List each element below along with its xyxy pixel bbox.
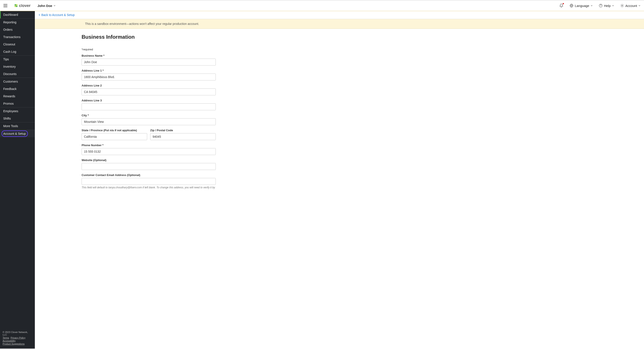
account-menu[interactable]: Account — [620, 4, 640, 7]
merchant-selector[interactable]: John Doe — [38, 4, 56, 7]
sidebar-item-promos[interactable]: Promos — [0, 100, 35, 107]
terms-link[interactable]: Terms — [2, 337, 9, 339]
sidebar-item-customers[interactable]: Customers — [0, 78, 35, 85]
sidebar-item-label: Account & Setup — [3, 132, 26, 135]
topbar-right: Language Help Account — [559, 3, 640, 8]
copyright-text: © 2023 Clover Network, LLC — [2, 331, 32, 336]
page-content: Business Information *required Business … — [82, 29, 216, 202]
globe-icon — [570, 4, 574, 7]
sidebar-item-label: Cash Log — [3, 50, 16, 53]
account-label: Account — [626, 4, 637, 7]
svg-point-9 — [622, 5, 622, 6]
sidebar-item-orders[interactable]: Orders — [0, 26, 35, 33]
address3-label: Address Line 3 — [82, 99, 216, 102]
sidebar-item-reporting[interactable]: Reporting — [0, 18, 35, 26]
language-label: Language — [575, 4, 589, 7]
svg-point-3 — [16, 6, 18, 7]
sidebar-item-dashboard[interactable]: Dashboard — [0, 11, 35, 18]
sidebar-item-label: Employees — [3, 109, 18, 113]
email-hint: This field will default to tanya.choudha… — [82, 186, 216, 189]
website-input[interactable] — [82, 163, 216, 170]
sidebar-item-closeout[interactable]: Closeout — [0, 41, 35, 48]
help-label: Help — [604, 4, 611, 7]
sidebar-item-label: Transactions — [3, 35, 20, 39]
page-title: Business Information — [82, 34, 216, 40]
svg-point-2 — [14, 6, 16, 7]
address3-input[interactable] — [82, 103, 216, 110]
accessibility-link[interactable]: Accessibility — [2, 340, 16, 342]
bell-icon — [559, 3, 564, 8]
sidebar-item-label: Orders — [3, 28, 12, 31]
sidebar-item-shifts[interactable]: Shifts — [0, 115, 35, 122]
back-link[interactable]: Back to Account & Setup — [38, 13, 75, 17]
sandbox-banner: This is a sandbox environment—actions wo… — [35, 19, 644, 29]
svg-point-0 — [14, 4, 16, 6]
top-bar: clover John Doe Language — [0, 0, 644, 11]
email-label: Customer Contact Email Address (Optional… — [82, 173, 216, 177]
sidebar-item-label: More Tools — [3, 124, 18, 128]
logo-text: clover — [19, 3, 30, 8]
address1-label: Address Line 1 * — [82, 69, 216, 72]
city-input[interactable] — [82, 118, 216, 125]
help-menu[interactable]: Help — [599, 4, 614, 7]
sidebar-item-label: Feedback — [3, 87, 16, 91]
sidebar-item-employees[interactable]: Employees — [0, 107, 35, 115]
required-note: *required — [82, 48, 216, 51]
business-name-label: Business Name * — [82, 54, 216, 57]
phone-input[interactable] — [82, 148, 216, 155]
chevron-down-icon — [612, 4, 614, 7]
sidebar-footer: © 2023 Clover Network, LLC Terms Privacy… — [0, 329, 35, 349]
email-input[interactable] — [82, 178, 216, 185]
hamburger-menu-button[interactable] — [4, 3, 9, 8]
svg-point-1 — [16, 4, 18, 6]
sidebar-item-feedback[interactable]: Feedback — [0, 85, 35, 92]
sidebar-item-more-tools[interactable]: More Tools — [0, 122, 35, 130]
address1-input[interactable] — [82, 73, 216, 80]
suggestions-link[interactable]: Product Suggestions — [2, 343, 25, 345]
notifications-button[interactable] — [559, 3, 564, 8]
zip-input[interactable] — [150, 133, 216, 140]
sidebar-item-label: Tips — [3, 57, 9, 61]
sidebar-item-transactions[interactable]: Transactions — [0, 33, 35, 41]
sidebar-item-label: Closeout — [3, 43, 15, 46]
address2-label: Address Line 2 — [82, 84, 216, 87]
logo[interactable]: clover — [14, 3, 30, 8]
sidebar-item-account-setup[interactable]: Account & Setup — [0, 130, 35, 137]
sidebar-item-label: Promos — [3, 102, 14, 105]
sidebar-item-label: Discounts — [3, 72, 16, 76]
main-content: Back to Account & Setup This is a sandbo… — [35, 11, 644, 349]
help-icon — [599, 4, 603, 7]
sidebar-item-rewards[interactable]: Rewards — [0, 92, 35, 100]
chevron-down-icon — [590, 4, 593, 7]
sidebar-item-label: Inventory — [3, 65, 16, 68]
gear-icon — [620, 4, 624, 7]
back-link-text: Back to Account & Setup — [41, 13, 75, 17]
sidebar-item-label: Rewards — [3, 94, 15, 98]
sidebar-item-label: Reporting — [3, 20, 16, 24]
chevron-left-icon — [38, 14, 40, 16]
sidebar-item-label: Dashboard — [3, 13, 18, 16]
clover-logo-icon — [14, 3, 18, 8]
privacy-link[interactable]: Privacy Policy — [10, 337, 25, 339]
sandbox-message: This is a sandbox environment—actions wo… — [85, 22, 219, 25]
svg-point-8 — [600, 6, 601, 6]
notification-dot — [563, 3, 564, 4]
city-label: City * — [82, 114, 216, 117]
state-input[interactable] — [82, 133, 147, 140]
sidebar-item-label: Customers — [3, 80, 18, 83]
sidebar-item-cash-log[interactable]: Cash Log — [0, 48, 35, 55]
chevron-down-icon — [54, 4, 56, 7]
chevron-down-icon — [638, 4, 640, 7]
sidebar-item-tips[interactable]: Tips — [0, 55, 35, 63]
zip-label: Zip / Postal Code — [150, 129, 216, 132]
state-label: State / Province (Put n/a if not applica… — [82, 129, 147, 132]
sidebar: Dashboard Reporting Orders Transactions … — [0, 11, 35, 349]
breadcrumb-bar: Back to Account & Setup — [35, 11, 644, 19]
address2-input[interactable] — [82, 88, 216, 95]
business-name-input[interactable] — [82, 59, 216, 65]
language-selector[interactable]: Language — [570, 4, 593, 7]
sidebar-item-inventory[interactable]: Inventory — [0, 63, 35, 70]
phone-label: Phone Number * — [82, 144, 216, 147]
sidebar-item-label: Shifts — [3, 117, 11, 120]
sidebar-item-discounts[interactable]: Discounts — [0, 70, 35, 78]
